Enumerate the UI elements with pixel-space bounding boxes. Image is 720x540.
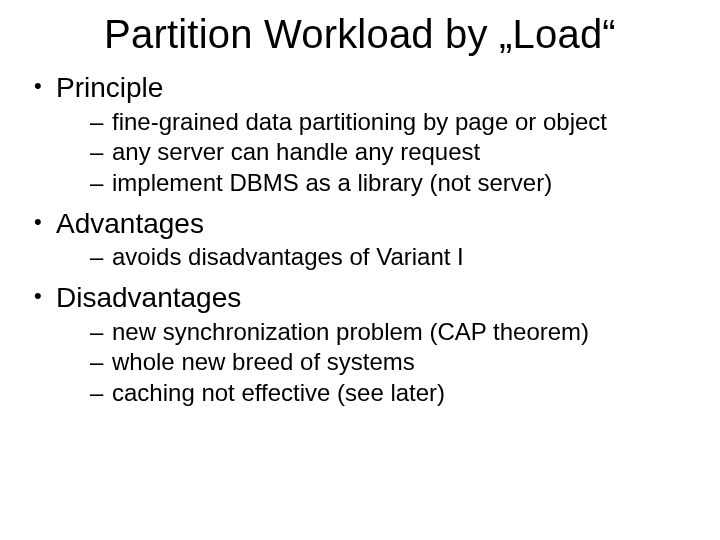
slide: Partition Workload by „Load“ Principle f… — [0, 0, 720, 540]
list-item-text: caching not effective (see later) — [112, 379, 445, 406]
section-heading: Principle — [56, 72, 163, 103]
section-heading: Disadvantages — [56, 282, 241, 313]
list-item: avoids disadvantages of Variant I — [90, 242, 690, 273]
list-item-text: new synchronization problem (CAP theorem… — [112, 318, 589, 345]
slide-title: Partition Workload by „Load“ — [30, 12, 690, 57]
list-item-text: implement DBMS as a library (not server) — [112, 169, 552, 196]
list-item: caching not effective (see later) — [90, 378, 690, 409]
sub-list: new synchronization problem (CAP theorem… — [56, 317, 690, 409]
list-item-text: fine-grained data partitioning by page o… — [112, 108, 607, 135]
list-item: implement DBMS as a library (not server) — [90, 168, 690, 199]
sub-list: fine-grained data partitioning by page o… — [56, 107, 690, 199]
bullet-list: Principle fine-grained data partitioning… — [30, 71, 690, 409]
list-item: any server can handle any request — [90, 137, 690, 168]
list-item-text: whole new breed of systems — [112, 348, 415, 375]
section-advantages: Advantages avoids disadvantages of Varia… — [30, 207, 690, 273]
sub-list: avoids disadvantages of Variant I — [56, 242, 690, 273]
list-item: new synchronization problem (CAP theorem… — [90, 317, 690, 348]
list-item: fine-grained data partitioning by page o… — [90, 107, 690, 138]
list-item-text: any server can handle any request — [112, 138, 480, 165]
section-disadvantages: Disadvantages new synchronization proble… — [30, 281, 690, 409]
list-item: whole new breed of systems — [90, 347, 690, 378]
section-heading: Advantages — [56, 208, 204, 239]
section-principle: Principle fine-grained data partitioning… — [30, 71, 690, 199]
list-item-text: avoids disadvantages of Variant I — [112, 243, 464, 270]
